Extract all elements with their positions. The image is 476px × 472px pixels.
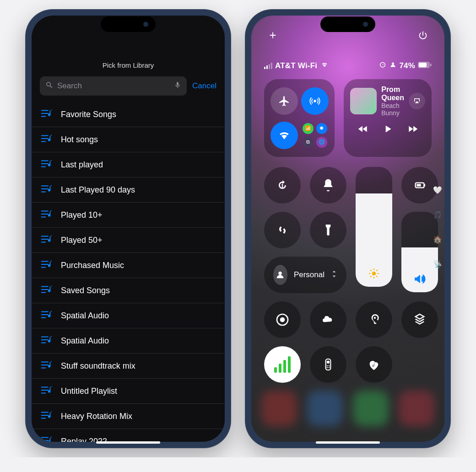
music-recognition-button[interactable] (356, 346, 392, 383)
playlist-icon (41, 134, 53, 145)
apple-tv-remote-button[interactable] (310, 346, 346, 383)
dynamic-island (101, 16, 156, 32)
library-screen: Pick from Library Search Cancel Favorite… (32, 16, 225, 442)
chevron-icon (331, 270, 337, 280)
home-indicator[interactable] (316, 441, 380, 444)
phone-library: Pick from Library Search Cancel Favorite… (25, 9, 231, 448)
hearing-button[interactable] (356, 301, 392, 338)
playlist-list: Favorite SongsHot songsLast playedLast P… (32, 102, 225, 442)
list-item[interactable]: Favorite Songs (32, 102, 225, 127)
play-button[interactable] (382, 123, 394, 137)
playlist-label: Hot songs (61, 135, 98, 145)
battery-icon (418, 61, 432, 70)
playlist-label: Last played (61, 160, 103, 170)
playlist-label: Untitled Playlist (61, 386, 117, 396)
cellular-data-button[interactable] (264, 346, 301, 383)
weather-button[interactable] (310, 301, 346, 338)
list-item[interactable]: Saved Songs (32, 278, 225, 303)
dock-blur (251, 391, 444, 426)
list-item[interactable]: Untitled Playlist (32, 379, 225, 404)
svg-rect-9 (416, 184, 421, 186)
list-item[interactable]: Heavy Rotation Mix (32, 404, 225, 429)
list-item[interactable]: Stuff soundtrack mix (32, 354, 225, 379)
hotspot-chip-icon: ⧉ (303, 137, 314, 148)
svg-point-19 (329, 365, 330, 366)
airdrop-button[interactable] (301, 87, 329, 115)
playlist-icon (41, 310, 53, 322)
wifi-button[interactable] (270, 122, 298, 149)
battery-label: 74% (399, 61, 415, 70)
playlist-label: Favorite Songs (61, 110, 116, 119)
person-icon (389, 61, 396, 70)
svg-point-6 (281, 186, 283, 188)
svg-point-15 (374, 317, 376, 319)
airplane-mode-button[interactable] (270, 87, 298, 115)
search-row: Search Cancel (32, 76, 225, 96)
airplay-button[interactable] (409, 93, 425, 109)
playlist-label: Saved Songs (61, 286, 110, 295)
shazam-button[interactable] (264, 212, 301, 248)
carrier-label: AT&T Wi-Fi (275, 61, 317, 70)
home-indicator[interactable] (96, 441, 160, 444)
playlist-icon (41, 259, 53, 271)
playlist-icon (41, 360, 53, 372)
svg-point-1 (392, 62, 394, 64)
svg-point-13 (280, 317, 285, 322)
person-icon (273, 265, 287, 285)
page-indicator[interactable]: 🤍 🎵 🏠 📡 (433, 185, 443, 269)
power-button[interactable] (418, 30, 428, 42)
svg-point-5 (314, 100, 316, 102)
cellular-bluetooth-button[interactable]: 📶 ✱ ⧉ 🌐 (301, 122, 329, 149)
search-input[interactable]: Search (40, 76, 187, 96)
track-artist: Beach Bunny (381, 102, 404, 117)
mic-icon[interactable] (174, 80, 181, 91)
list-item[interactable]: Played 50+ (32, 228, 225, 253)
alarm-icon (379, 60, 387, 71)
focus-label: Personal (294, 270, 325, 279)
wifi-icon (320, 61, 329, 70)
playlist-icon (41, 184, 53, 196)
orientation-lock-button[interactable] (264, 167, 301, 204)
brightness-slider[interactable] (356, 167, 392, 287)
control-grid: Personal (251, 157, 444, 383)
flashlight-button[interactable] (310, 212, 346, 248)
svg-rect-4 (430, 64, 432, 66)
focus-button[interactable]: Personal (264, 257, 346, 293)
svg-point-20 (327, 367, 328, 368)
silent-mode-button[interactable] (310, 167, 346, 204)
music-note-icon: 🎵 (433, 209, 443, 220)
next-track-button[interactable] (407, 123, 419, 137)
search-icon (45, 81, 54, 91)
svg-point-18 (327, 365, 328, 366)
wallet-button[interactable] (401, 301, 438, 338)
previous-track-button[interactable] (357, 123, 369, 137)
bluetooth-chip-icon: ✱ (316, 123, 327, 134)
list-item[interactable]: Played 10+ (32, 203, 225, 228)
list-item[interactable]: Spatial Audio (32, 328, 225, 354)
search-placeholder: Search (57, 81, 170, 91)
list-item[interactable]: Last played (32, 152, 225, 177)
connectivity-group: 📶 ✱ ⧉ 🌐 (264, 79, 335, 157)
list-item[interactable]: Spatial Audio (32, 303, 225, 328)
add-control-button[interactable] (268, 30, 278, 42)
album-art (350, 88, 377, 114)
playlist-icon (41, 385, 53, 397)
list-item[interactable]: Replay 2022 (32, 429, 225, 442)
home-icon: 🏠 (433, 234, 443, 244)
cellular-signal-icon (264, 63, 272, 69)
playlist-label: Heavy Rotation Mix (61, 412, 132, 421)
list-item[interactable]: Hot songs (32, 127, 225, 152)
cancel-button[interactable]: Cancel (192, 81, 216, 91)
playlist-icon (41, 234, 53, 246)
dynamic-island (320, 16, 375, 32)
playlist-label: Played 50+ (61, 236, 103, 245)
status-bar: AT&T Wi-Fi 74% (251, 60, 444, 71)
now-playing-card[interactable]: Prom Queen Beach Bunny (344, 79, 432, 157)
list-item[interactable]: Last Played 90 days (32, 177, 225, 203)
playlist-label: Last Played 90 days (61, 185, 135, 195)
control-center-screen: AT&T Wi-Fi 74% (251, 16, 444, 442)
list-item[interactable]: Purchased Music (32, 253, 225, 278)
screen-record-button[interactable] (264, 301, 301, 338)
playlist-label: Played 10+ (61, 210, 103, 220)
playlist-icon (41, 410, 53, 422)
